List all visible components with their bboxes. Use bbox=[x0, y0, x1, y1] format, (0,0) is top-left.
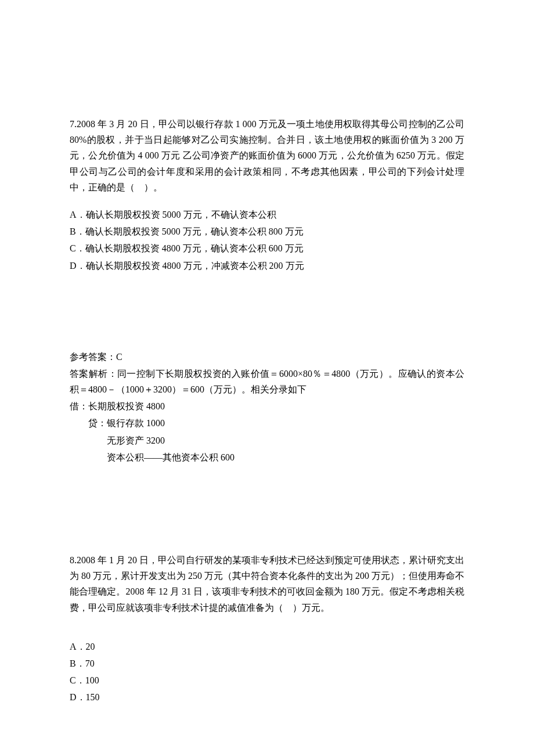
question-8-options: A．20 B．70 C．100 D．150 bbox=[70, 639, 464, 705]
answer-explain: 答案解析：同一控制下长期股权投资的入账价值＝6000×80％＝4800（万元）。… bbox=[70, 366, 464, 397]
question-7-options: A．确认长期股权投资 5000 万元，不确认资本公积 B．确认长期股权投资 50… bbox=[70, 207, 464, 273]
question-8-text: 8.2008 年 1 月 20 日，甲公司自行研发的某项非专利技术已经达到预定可… bbox=[70, 552, 464, 615]
answer-7: 参考答案：C 答案解析：同一控制下长期股权投资的入账价值＝6000×80％＝48… bbox=[70, 349, 464, 465]
option-d: D．150 bbox=[70, 689, 464, 705]
option-d: D．确认长期股权投资 4800 万元，冲减资本公积 200 万元 bbox=[70, 258, 464, 273]
question-7: 7.2008 年 3 月 20 日，甲公司以银行存款 1 000 万元及一项土地… bbox=[70, 116, 464, 465]
option-a: A．20 bbox=[70, 639, 464, 654]
question-7-text: 7.2008 年 3 月 20 日，甲公司以银行存款 1 000 万元及一项土地… bbox=[70, 116, 464, 195]
option-c: C．100 bbox=[70, 672, 464, 688]
question-8: 8.2008 年 1 月 20 日，甲公司自行研发的某项非专利技术已经达到预定可… bbox=[70, 552, 464, 705]
journal-debit: 借：长期股权投资 4800 bbox=[70, 398, 464, 414]
answer-label: 参考答案：C bbox=[70, 349, 464, 365]
option-a: A．确认长期股权投资 5000 万元，不确认资本公积 bbox=[70, 207, 464, 222]
option-b: B．确认长期股权投资 5000 万元，确认资本公积 800 万元 bbox=[70, 224, 464, 239]
journal-credit-1: 贷：银行存款 1000 bbox=[70, 415, 464, 431]
journal-credit-3: 资本公积——其他资本公积 600 bbox=[70, 449, 464, 465]
option-b: B．70 bbox=[70, 656, 464, 671]
journal-credit-2: 无形资产 3200 bbox=[70, 433, 464, 448]
page: 7.2008 年 3 月 20 日，甲公司以银行存款 1 000 万元及一项土地… bbox=[0, 0, 534, 756]
option-c: C．确认长期股权投资 4800 万元，确认资本公积 600 万元 bbox=[70, 240, 464, 256]
